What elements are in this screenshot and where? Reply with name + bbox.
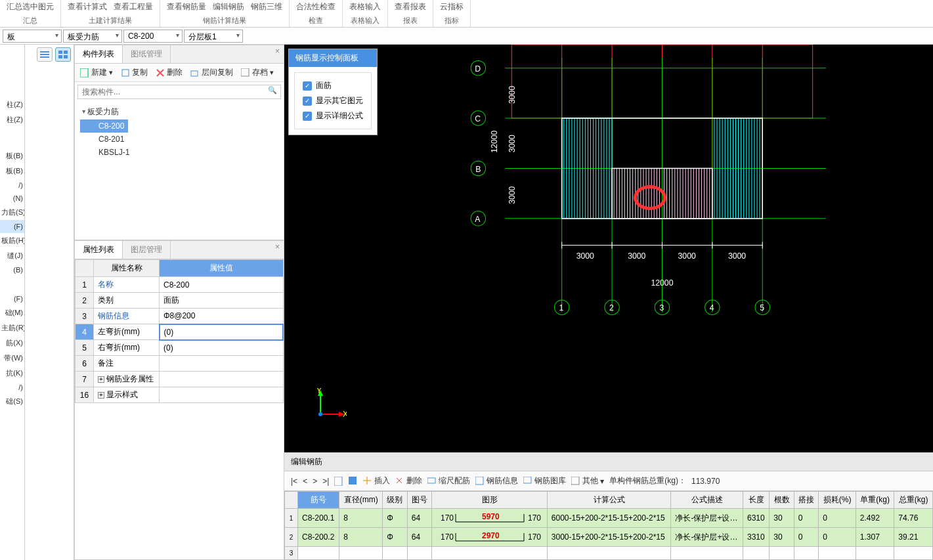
sidebar-item[interactable]: (F) xyxy=(0,292,24,305)
sidebar-item[interactable] xyxy=(0,282,24,287)
ribbon-item[interactable]: 编辑钢筋 xyxy=(213,1,244,12)
first-icon[interactable]: |< xyxy=(291,477,297,486)
sidebar-item[interactable]: 板(B) xyxy=(0,148,24,163)
close-icon[interactable]: × xyxy=(271,45,284,63)
next-icon[interactable]: > xyxy=(313,477,317,486)
category-dropdown[interactable]: 板 xyxy=(3,30,62,43)
empty-cell[interactable] xyxy=(794,547,819,560)
rebar-id[interactable]: C8-200.1 xyxy=(298,509,339,528)
empty-cell[interactable] xyxy=(547,547,671,560)
rebar-dia[interactable]: 8 xyxy=(339,528,383,547)
ribbon-item[interactable]: 合法性检查 xyxy=(296,1,336,12)
prop-row-num[interactable]: 6 xyxy=(76,356,94,372)
sidebar-item[interactable]: (B) xyxy=(0,263,24,276)
rebar-formula[interactable]: 3000-15+200-2*15-15+200-2*15 xyxy=(547,528,671,547)
rebar-unit[interactable]: 1.307 xyxy=(856,528,894,547)
tab-layer-mgmt[interactable]: 图层管理 xyxy=(123,241,171,259)
rebar-lap[interactable]: 0 xyxy=(794,528,819,547)
sidebar-item[interactable]: 带(W) xyxy=(0,351,24,366)
delete-button[interactable]: 删除 xyxy=(153,66,185,79)
tree-item[interactable]: C8-200 xyxy=(80,119,128,133)
grid-view-button[interactable] xyxy=(55,47,71,62)
rebar-formula[interactable]: 6000-15+200-2*15-15+200-2*15 xyxy=(547,509,671,528)
rebar-cnt[interactable]: 30 xyxy=(770,509,794,528)
save-icon[interactable] xyxy=(349,477,358,486)
rebar-dia[interactable]: 8 xyxy=(339,509,383,528)
layer-dropdown[interactable]: 分层板1 xyxy=(184,30,243,43)
tree-item[interactable]: KBSLJ-1 xyxy=(80,146,278,159)
type-dropdown[interactable]: 板受力筋 xyxy=(63,30,122,43)
rebar-cnt[interactable]: 30 xyxy=(770,528,794,547)
ribbon-item[interactable]: 查看钢筋量 xyxy=(167,1,206,12)
item-dropdown[interactable]: C8-200 xyxy=(123,30,183,43)
tree-parent[interactable]: 板受力筋 xyxy=(80,104,278,119)
drawing-viewport[interactable]: 钢筋显示控制面板 ✓面筋✓显示其它图元✓显示详细公式 xyxy=(284,45,933,452)
rebar-col-header[interactable]: 图形 xyxy=(432,492,548,509)
tab-component-list[interactable]: 构件列表 xyxy=(75,45,123,63)
rebar-len[interactable]: 3310 xyxy=(743,528,770,547)
rebar-col-header[interactable]: 搭接 xyxy=(794,492,819,509)
sidebar-item[interactable]: 础(S) xyxy=(0,394,24,409)
sidebar-item[interactable]: 抗(K) xyxy=(0,366,24,381)
ribbon-item[interactable]: 查看工程量 xyxy=(114,1,153,12)
empty-cell[interactable] xyxy=(770,547,794,560)
sidebar-item[interactable] xyxy=(0,133,24,138)
ribbon-item[interactable]: 表格输入 xyxy=(349,1,381,12)
empty-cell[interactable] xyxy=(894,547,933,560)
ribbon-item[interactable]: 汇总选中图元 xyxy=(7,1,54,12)
rebar-id[interactable]: C8-200.2 xyxy=(298,528,339,547)
sidebar-item[interactable] xyxy=(0,138,24,143)
sidebar-item[interactable]: 础(M) xyxy=(0,305,24,320)
empty-cell[interactable] xyxy=(339,547,383,560)
rebar-loss[interactable]: 0 xyxy=(819,528,856,547)
rebar-desc[interactable]: 净长-保护层+设… xyxy=(671,509,743,528)
row-num[interactable]: 1 xyxy=(285,509,298,528)
prop-value[interactable] xyxy=(160,356,284,372)
sidebar-item[interactable]: 主筋(R) xyxy=(0,320,24,335)
empty-cell[interactable] xyxy=(671,547,743,560)
sidebar-item[interactable]: 缝(J) xyxy=(0,248,24,263)
row-num[interactable]: 2 xyxy=(285,528,298,547)
rebar-total[interactable]: 39.21 xyxy=(894,528,933,547)
prop-row-num[interactable]: 5 xyxy=(76,340,94,356)
ribbon-item[interactable]: 钢筋三维 xyxy=(251,1,282,12)
sidebar-item[interactable] xyxy=(0,276,24,282)
sidebar-item[interactable]: (N) xyxy=(0,192,24,205)
prop-row-num[interactable]: 4 xyxy=(76,324,94,340)
prop-row-num[interactable]: 16 xyxy=(76,387,94,403)
prev-icon[interactable]: < xyxy=(303,477,307,486)
sidebar-item[interactable]: 力筋(S) xyxy=(0,205,24,220)
prop-row-num[interactable]: 1 xyxy=(76,277,94,293)
last-icon[interactable]: >| xyxy=(322,477,329,486)
prop-row-num[interactable]: 3 xyxy=(76,309,94,324)
prop-value[interactable] xyxy=(160,387,284,403)
ribbon-item[interactable]: 查看报表 xyxy=(395,1,426,12)
prop-value[interactable]: Φ8@200 xyxy=(160,309,284,324)
rebar-fig[interactable]: 64 xyxy=(407,509,432,528)
insert-button[interactable]: 插入 xyxy=(363,475,390,486)
sidebar-item[interactable]: (F) xyxy=(0,220,24,233)
new-button[interactable]: 新建 ▾ xyxy=(77,66,116,79)
drawing-canvas[interactable]: D C B A 1 2 3 4 5 12000 3000 3000 xyxy=(284,45,933,339)
checkbox-icon[interactable]: ✓ xyxy=(303,81,312,91)
floor-copy-button[interactable]: 层间复制 xyxy=(188,66,236,79)
rebar-col-header[interactable]: 筋号 xyxy=(298,492,339,509)
empty-cell[interactable] xyxy=(432,547,548,560)
rebar-fig[interactable]: 64 xyxy=(407,528,432,547)
rebar-col-header[interactable]: 计算公式 xyxy=(547,492,671,509)
empty-cell[interactable] xyxy=(819,547,856,560)
lib-button[interactable]: 钢筋图库 xyxy=(523,475,566,486)
tab-drawing-mgmt[interactable]: 图纸管理 xyxy=(123,45,171,63)
empty-cell[interactable] xyxy=(856,547,894,560)
close-icon[interactable]: × xyxy=(271,241,284,259)
sidebar-item[interactable] xyxy=(0,127,24,133)
rebar-lap[interactable]: 0 xyxy=(794,509,819,528)
rebar-desc[interactable]: 净长-保护层+设… xyxy=(671,528,743,547)
prop-row-num[interactable]: 2 xyxy=(76,293,94,309)
tab-property-list[interactable]: 属性列表 xyxy=(75,241,123,259)
rebar-col-header[interactable]: 单重(kg) xyxy=(856,492,894,509)
rebar-col-header[interactable]: 长度 xyxy=(743,492,770,509)
rebar-col-header[interactable]: 公式描述 xyxy=(671,492,743,509)
rebar-loss[interactable]: 0 xyxy=(819,509,856,528)
prop-value[interactable]: (0) xyxy=(160,324,284,340)
